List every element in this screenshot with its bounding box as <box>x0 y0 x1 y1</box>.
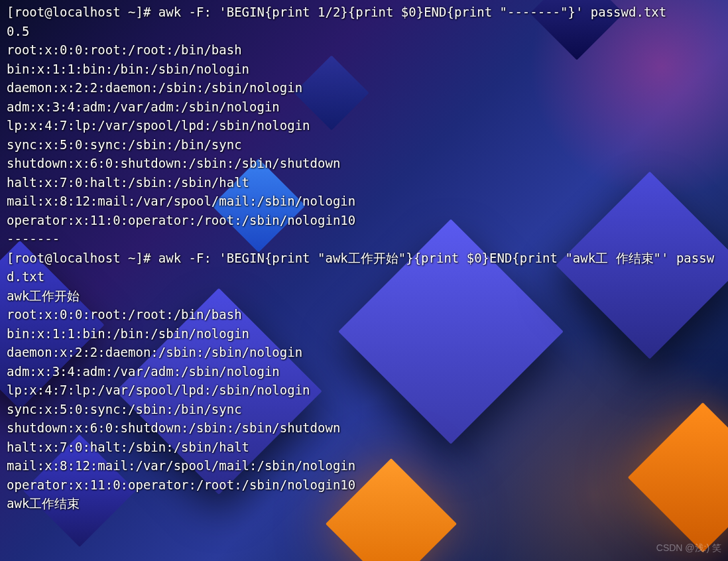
output-line: daemon:x:2:2:daemon:/sbin:/sbin/nologin <box>7 80 302 95</box>
output-line: mail:x:8:12:mail:/var/spool/mail:/sbin/n… <box>7 194 355 208</box>
output-line: sync:x:5:0:sync:/sbin:/bin/sync <box>7 402 242 416</box>
shell-prompt: [root@localhost ~]# <box>7 251 158 265</box>
output-line: sync:x:5:0:sync:/sbin:/bin/sync <box>7 137 242 152</box>
shell-prompt: [root@localhost ~]# <box>7 5 158 19</box>
output-line: root:x:0:0:root:/root:/bin/bash <box>7 307 242 322</box>
output-line: shutdown:x:6:0:shutdown:/sbin:/sbin/shut… <box>7 420 340 435</box>
output-line: daemon:x:2:2:daemon:/sbin:/sbin/nologin <box>7 345 302 359</box>
output-line: 0.5 <box>7 24 29 38</box>
output-line: operator:x:11:0:operator:/root:/sbin/nol… <box>7 477 355 492</box>
watermark-text: CSDN @浅:) 笑 <box>656 538 721 558</box>
output-line: adm:x:3:4:adm:/var/adm:/sbin/nologin <box>7 99 280 114</box>
output-line: awk工作开始 <box>7 288 80 303</box>
output-line: ------- <box>7 231 60 246</box>
output-line: awk工作结束 <box>7 496 80 511</box>
output-line: lp:x:4:7:lp:/var/spool/lpd:/sbin/nologin <box>7 383 310 397</box>
output-line: shutdown:x:6:0:shutdown:/sbin:/sbin/shut… <box>7 156 340 170</box>
shell-command: awk -F: 'BEGIN{print 1/2}{print $0}END{p… <box>158 5 666 19</box>
output-line: bin:x:1:1:bin:/bin:/sbin/nologin <box>7 62 249 76</box>
output-line: mail:x:8:12:mail:/var/spool/mail:/sbin/n… <box>7 458 355 473</box>
output-line: adm:x:3:4:adm:/var/adm:/sbin/nologin <box>7 364 280 379</box>
output-line: root:x:0:0:root:/root:/bin/bash <box>7 42 242 57</box>
output-line: halt:x:7:0:halt:/sbin:/sbin/halt <box>7 175 249 190</box>
output-line: bin:x:1:1:bin:/bin:/sbin/nologin <box>7 326 249 341</box>
output-line: halt:x:7:0:halt:/sbin:/sbin/halt <box>7 440 249 454</box>
output-line: operator:x:11:0:operator:/root:/sbin/nol… <box>7 213 355 227</box>
terminal-output-area[interactable]: [root@localhost ~]# awk -F: 'BEGIN{print… <box>0 0 728 561</box>
output-line: lp:x:4:7:lp:/var/spool/lpd:/sbin/nologin <box>7 118 310 133</box>
